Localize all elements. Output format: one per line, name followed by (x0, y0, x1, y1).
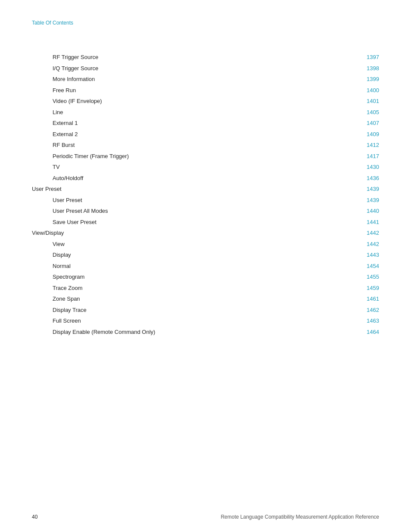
toc-entry: External 11407 (32, 118, 379, 129)
toc-entry: Spectrogram1455 (32, 271, 379, 283)
toc-entry: Free Run1400 (32, 85, 379, 96)
footer: 40 Remote Language Compatibility Measure… (32, 514, 379, 520)
entry-label: Save User Preset (32, 218, 97, 227)
entry-label: I/Q Trigger Source (32, 64, 98, 73)
entry-page: 1439 (362, 185, 379, 193)
entry-page: 1440 (362, 207, 379, 215)
entry-page: 1462 (362, 306, 379, 314)
toc-entry: Normal1454 (32, 261, 379, 272)
entry-page: 1405 (362, 108, 379, 117)
toc-entry: View1442 (32, 239, 379, 250)
entry-label: Spectrogram (32, 273, 84, 281)
entry-label: Normal (32, 262, 71, 271)
toc-entry: Video (IF Envelope)1401 (32, 96, 379, 107)
entry-page: 1443 (362, 251, 379, 259)
entry-label: External 2 (32, 130, 78, 139)
entry-label: Display (32, 251, 71, 259)
entry-page: 1430 (362, 163, 379, 171)
entry-page: 1398 (362, 64, 379, 73)
entry-page: 1439 (362, 196, 379, 205)
entry-label: User Preset All Modes (32, 207, 108, 215)
toc-link[interactable]: Table Of Contents (32, 20, 73, 26)
entry-label: More Information (32, 75, 95, 84)
toc-entry: I/Q Trigger Source1398 (32, 63, 379, 74)
toc-container: RF Trigger Source1397I/Q Trigger Source1… (32, 52, 379, 337)
entry-label: View (32, 240, 65, 249)
entry-label: TV (32, 163, 60, 171)
entry-page: 1400 (362, 86, 379, 95)
entry-page: 1409 (362, 130, 379, 139)
toc-entry: Line1405 (32, 107, 379, 118)
entry-page: 1436 (362, 174, 379, 183)
entry-label: Free Run (32, 86, 76, 95)
entry-page: 1461 (362, 295, 379, 303)
entry-label: RF Trigger Source (32, 53, 98, 62)
toc-entry: TV1430 (32, 162, 379, 173)
entry-page: 1412 (362, 141, 379, 149)
entry-page: 1455 (362, 273, 379, 281)
entry-label: Periodic Timer (Frame Trigger) (32, 152, 129, 161)
toc-entry: Zone Span1461 (32, 293, 379, 305)
toc-entry: Display1443 (32, 249, 379, 261)
entry-label: External 1 (32, 119, 78, 128)
toc-entry: Auto/Holdoff1436 (32, 173, 379, 184)
toc-entry: More Information1399 (32, 74, 379, 85)
entry-page: 1463 (362, 317, 379, 325)
toc-entry: Full Screen1463 (32, 315, 379, 327)
entry-page: 1417 (362, 152, 379, 161)
entry-page: 1459 (362, 284, 379, 292)
toc-entry: View/Display1442 (32, 227, 379, 239)
toc-entry: Trace Zoom1459 (32, 283, 379, 294)
footer-doc-title: Remote Language Compatibility Measuremen… (221, 514, 379, 520)
entry-label: Display Enable (Remote Command Only) (32, 328, 155, 336)
toc-entry: Save User Preset1441 (32, 217, 379, 228)
entry-label: View/Display (32, 229, 64, 237)
toc-entry: User Preset All Modes1440 (32, 205, 379, 217)
entry-label: User Preset (32, 196, 82, 205)
toc-entry: User Preset1439 (32, 195, 379, 206)
toc-entry: RF Burst1412 (32, 140, 379, 151)
toc-entry: Display Enable (Remote Command Only)1464 (32, 327, 379, 338)
entry-page: 1401 (362, 97, 379, 106)
footer-page-number: 40 (32, 514, 37, 520)
entry-label: Display Trace (32, 306, 87, 314)
entry-label: User Preset (32, 185, 62, 193)
toc-entry: User Preset1439 (32, 184, 379, 195)
entry-label: Video (IF Envelope) (32, 97, 102, 106)
entry-page: 1454 (362, 262, 379, 271)
entry-page: 1441 (362, 218, 379, 227)
entry-label: Zone Span (32, 295, 80, 303)
entry-label: Trace Zoom (32, 284, 83, 292)
entry-page: 1397 (362, 53, 379, 62)
entry-page: 1442 (362, 229, 379, 237)
toc-entry: External 21409 (32, 129, 379, 140)
toc-entry: Display Trace1462 (32, 305, 379, 316)
entry-page: 1464 (362, 328, 379, 336)
toc-entry: RF Trigger Source1397 (32, 52, 379, 63)
entry-label: RF Burst (32, 141, 75, 149)
entry-label: Line (32, 108, 63, 117)
entry-page: 1442 (362, 240, 379, 249)
entry-label: Auto/Holdoff (32, 174, 83, 183)
entry-page: 1407 (362, 119, 379, 128)
entry-page: 1399 (362, 75, 379, 84)
entry-label: Full Screen (32, 317, 81, 325)
toc-entry: Periodic Timer (Frame Trigger)1417 (32, 151, 379, 162)
